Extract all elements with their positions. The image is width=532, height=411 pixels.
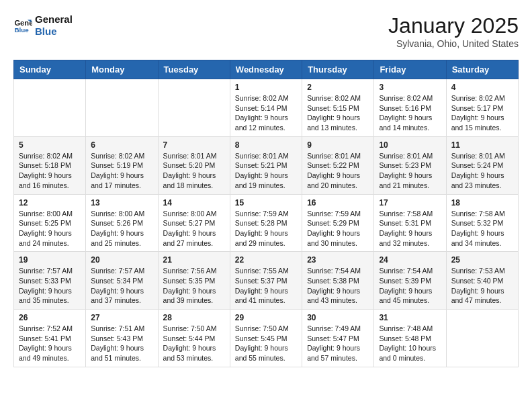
calendar-header-sunday: Sunday [14,60,86,79]
calendar-cell: 25Sunrise: 7:53 AM Sunset: 5:40 PM Dayli… [446,252,518,310]
day-info: Sunrise: 8:02 AM Sunset: 5:17 PM Dayligh… [451,93,513,133]
calendar-cell [158,79,230,137]
day-number: 19 [19,255,81,265]
calendar-cell: 31Sunrise: 7:48 AM Sunset: 5:48 PM Dayli… [374,310,446,367]
day-info: Sunrise: 8:01 AM Sunset: 5:20 PM Dayligh… [163,151,225,191]
day-info: Sunrise: 8:00 AM Sunset: 5:25 PM Dayligh… [19,209,81,248]
day-info: Sunrise: 7:52 AM Sunset: 5:41 PM Dayligh… [19,324,81,363]
day-number: 14 [163,198,225,208]
calendar-cell: 10Sunrise: 8:01 AM Sunset: 5:23 PM Dayli… [374,136,446,194]
calendar-cell: 2Sunrise: 8:02 AM Sunset: 5:15 PM Daylig… [302,79,374,137]
calendar-week-5: 26Sunrise: 7:52 AM Sunset: 5:41 PM Dayli… [14,310,519,367]
day-info: Sunrise: 7:59 AM Sunset: 5:28 PM Dayligh… [235,209,297,248]
day-info: Sunrise: 8:02 AM Sunset: 5:18 PM Dayligh… [19,151,81,191]
calendar-cell: 19Sunrise: 7:57 AM Sunset: 5:33 PM Dayli… [14,252,86,310]
calendar-header-monday: Monday [86,60,158,79]
logo-icon: General Blue [13,16,32,35]
calendar-cell: 13Sunrise: 8:00 AM Sunset: 5:26 PM Dayli… [86,194,158,252]
calendar-cell: 1Sunrise: 8:02 AM Sunset: 5:14 PM Daylig… [230,79,302,137]
calendar-cell: 22Sunrise: 7:55 AM Sunset: 5:37 PM Dayli… [230,252,302,310]
day-info: Sunrise: 7:57 AM Sunset: 5:33 PM Dayligh… [19,266,81,306]
calendar-week-3: 12Sunrise: 8:00 AM Sunset: 5:25 PM Dayli… [14,194,519,252]
day-info: Sunrise: 8:02 AM Sunset: 5:16 PM Dayligh… [379,93,441,133]
day-info: Sunrise: 7:50 AM Sunset: 5:44 PM Dayligh… [163,324,225,363]
day-info: Sunrise: 8:01 AM Sunset: 5:22 PM Dayligh… [307,151,369,191]
calendar-cell: 30Sunrise: 7:49 AM Sunset: 5:47 PM Dayli… [302,310,374,367]
calendar-cell: 26Sunrise: 7:52 AM Sunset: 5:41 PM Dayli… [14,310,86,367]
day-info: Sunrise: 7:59 AM Sunset: 5:29 PM Dayligh… [307,209,369,248]
day-info: Sunrise: 7:51 AM Sunset: 5:43 PM Dayligh… [91,324,152,363]
calendar-week-1: 1Sunrise: 8:02 AM Sunset: 5:14 PM Daylig… [14,79,519,137]
calendar-header-friday: Friday [374,60,446,79]
calendar-cell: 16Sunrise: 7:59 AM Sunset: 5:29 PM Dayli… [302,194,374,252]
calendar-cell: 20Sunrise: 7:57 AM Sunset: 5:34 PM Dayli… [86,252,158,310]
day-info: Sunrise: 8:00 AM Sunset: 5:27 PM Dayligh… [163,209,225,248]
day-number: 21 [163,255,225,265]
calendar-cell: 6Sunrise: 8:02 AM Sunset: 5:19 PM Daylig… [86,136,158,194]
title-block: January 2025 Sylvania, Ohio, United Stat… [388,13,519,49]
day-number: 6 [91,140,152,150]
calendar-cell [446,310,518,367]
calendar-header-row: SundayMondayTuesdayWednesdayThursdayFrid… [14,60,519,79]
day-number: 3 [379,83,441,92]
calendar-cell: 11Sunrise: 8:01 AM Sunset: 5:24 PM Dayli… [446,136,518,194]
day-number: 28 [163,313,225,322]
day-info: Sunrise: 8:02 AM Sunset: 5:14 PM Dayligh… [235,93,297,133]
calendar-cell [14,79,86,137]
day-number: 17 [379,198,441,208]
day-info: Sunrise: 7:55 AM Sunset: 5:37 PM Dayligh… [235,266,297,306]
day-number: 9 [307,140,369,150]
day-info: Sunrise: 7:58 AM Sunset: 5:32 PM Dayligh… [451,209,513,248]
day-info: Sunrise: 7:54 AM Sunset: 5:38 PM Dayligh… [307,266,369,306]
logo-general: General [35,13,73,26]
calendar-cell [86,79,158,137]
day-number: 30 [307,313,369,322]
logo-blue: Blue [35,26,73,38]
calendar-cell: 17Sunrise: 7:58 AM Sunset: 5:31 PM Dayli… [374,194,446,252]
day-info: Sunrise: 7:48 AM Sunset: 5:48 PM Dayligh… [379,324,441,363]
day-info: Sunrise: 8:01 AM Sunset: 5:23 PM Dayligh… [379,151,441,191]
day-number: 26 [19,313,81,322]
calendar-table: SundayMondayTuesdayWednesdayThursdayFrid… [13,60,519,367]
calendar-header-saturday: Saturday [446,60,518,79]
day-info: Sunrise: 7:56 AM Sunset: 5:35 PM Dayligh… [163,266,225,306]
day-number: 5 [19,140,81,150]
day-number: 7 [163,140,225,150]
day-number: 29 [235,313,297,322]
logo: General Blue General Blue [13,13,73,38]
day-number: 4 [451,83,513,92]
day-info: Sunrise: 8:02 AM Sunset: 5:19 PM Dayligh… [91,151,152,191]
day-number: 24 [379,255,441,265]
calendar-week-4: 19Sunrise: 7:57 AM Sunset: 5:33 PM Dayli… [14,252,519,310]
calendar-header-tuesday: Tuesday [158,60,230,79]
day-number: 15 [235,198,297,208]
day-number: 2 [307,83,369,92]
calendar-cell: 27Sunrise: 7:51 AM Sunset: 5:43 PM Dayli… [86,310,158,367]
calendar-cell: 12Sunrise: 8:00 AM Sunset: 5:25 PM Dayli… [14,194,86,252]
day-number: 11 [451,140,513,150]
day-info: Sunrise: 7:50 AM Sunset: 5:45 PM Dayligh… [235,324,297,363]
day-number: 18 [451,198,513,208]
calendar-cell: 18Sunrise: 7:58 AM Sunset: 5:32 PM Dayli… [446,194,518,252]
calendar-cell: 5Sunrise: 8:02 AM Sunset: 5:18 PM Daylig… [14,136,86,194]
day-number: 16 [307,198,369,208]
day-number: 25 [451,255,513,265]
calendar-cell: 14Sunrise: 8:00 AM Sunset: 5:27 PM Dayli… [158,194,230,252]
calendar-week-2: 5Sunrise: 8:02 AM Sunset: 5:18 PM Daylig… [14,136,519,194]
day-number: 23 [307,255,369,265]
day-number: 20 [91,255,152,265]
day-number: 1 [235,83,297,92]
calendar-cell: 7Sunrise: 8:01 AM Sunset: 5:20 PM Daylig… [158,136,230,194]
calendar-cell: 28Sunrise: 7:50 AM Sunset: 5:44 PM Dayli… [158,310,230,367]
calendar-cell: 9Sunrise: 8:01 AM Sunset: 5:22 PM Daylig… [302,136,374,194]
calendar-cell: 4Sunrise: 8:02 AM Sunset: 5:17 PM Daylig… [446,79,518,137]
calendar-cell: 24Sunrise: 7:54 AM Sunset: 5:39 PM Dayli… [374,252,446,310]
day-info: Sunrise: 7:54 AM Sunset: 5:39 PM Dayligh… [379,266,441,306]
calendar-cell: 21Sunrise: 7:56 AM Sunset: 5:35 PM Dayli… [158,252,230,310]
day-number: 31 [379,313,441,322]
day-info: Sunrise: 8:02 AM Sunset: 5:15 PM Dayligh… [307,93,369,133]
day-info: Sunrise: 7:53 AM Sunset: 5:40 PM Dayligh… [451,266,513,306]
day-number: 12 [19,198,81,208]
calendar-cell: 23Sunrise: 7:54 AM Sunset: 5:38 PM Dayli… [302,252,374,310]
page-header: General Blue General Blue January 2025 S… [13,13,519,49]
